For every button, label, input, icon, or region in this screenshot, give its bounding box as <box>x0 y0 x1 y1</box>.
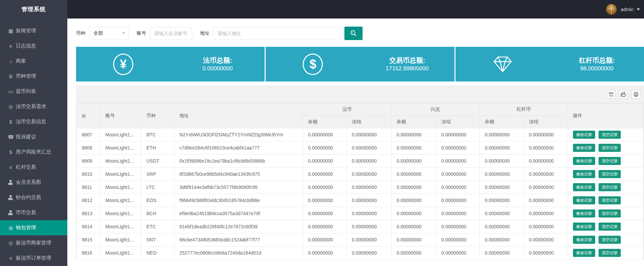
sidebar-item-withdraw-list[interactable]: ▭提币列表 <box>0 84 67 99</box>
sidebar-item-otc-info[interactable]: $法币交易信息 <box>0 114 67 129</box>
cell-id: 8810 <box>77 168 100 181</box>
clear-record-button[interactable]: 清空记录 <box>599 223 621 231</box>
sidebar-item-coin-type[interactable]: Ƀ币种管理 <box>0 69 67 84</box>
clear-record-button[interactable]: 清空记录 <box>599 170 621 178</box>
cell-actions: 修改记录清空记录 <box>568 233 644 246</box>
cell-lever-balance: 0.00000000 <box>480 155 524 168</box>
chevron-down-icon <box>637 8 640 10</box>
clear-record-button[interactable]: 清空记录 <box>599 249 621 257</box>
sidebar-item-news[interactable]: ▦新闻管理 <box>0 23 67 38</box>
chevron-down-icon <box>122 32 125 34</box>
sidebar-item-logs[interactable]: ≡日志信息 <box>0 38 67 54</box>
sidebar-item-label: 秒合约交易 <box>16 194 41 201</box>
clear-record-button[interactable]: 清空记录 <box>599 131 621 139</box>
cell-id: 8816 <box>77 246 100 260</box>
clear-record-button[interactable]: 清空记录 <box>599 236 621 244</box>
user-menu[interactable]: admin <box>606 0 640 19</box>
sidebar-item-label: 钱包管理 <box>16 225 36 231</box>
sidebar-item-wallet-manage[interactable]: ◎钱包管理 <box>0 220 67 235</box>
col-header-coin: 币种 <box>141 103 174 128</box>
export-icon <box>621 92 626 97</box>
sidebar-item-coin-trade[interactable]: 币币交易 <box>0 205 67 220</box>
bitcoin-icon: Ƀ <box>7 69 14 84</box>
table-row: 8807MoonLight1...BTCN2YxNWU3ODFlZGMyZTY2… <box>77 128 644 141</box>
cell-flash-frozen: 0.00000000 <box>436 141 480 155</box>
cell-lever-balance: 0.00000000 <box>480 194 524 207</box>
list-icon: ≡ <box>7 160 14 175</box>
cell-fiat-frozen: 0.00000000 <box>347 155 392 168</box>
modify-record-button[interactable]: 修改记录 <box>573 223 595 231</box>
cell-fiat-balance: 0.00000000 <box>303 207 347 220</box>
sidebar-item-label: 新法币商家管理 <box>16 240 51 246</box>
table-row: 8815MoonLight1...SNT68cbe47349053683cddc… <box>77 233 644 246</box>
cell-address: N2YxNWU3ODFlZGMyZTY2YmNlZDg3NWJhYm <box>174 128 303 141</box>
modify-record-button[interactable]: 修改记录 <box>573 196 595 204</box>
clear-record-button[interactable]: 清空记录 <box>599 157 621 165</box>
cell-id: 8814 <box>77 220 100 233</box>
cell-flash-balance: 0.00000000 <box>392 246 436 260</box>
columns-toggle-button[interactable] <box>607 90 615 99</box>
search-button[interactable] <box>344 27 363 40</box>
sidebar-item-complaint[interactable]: ☎投诉建议 <box>0 129 67 144</box>
clear-record-button[interactable]: 清空记录 <box>599 183 621 191</box>
address-filter-label: 地址 <box>200 30 209 36</box>
export-button[interactable] <box>619 90 628 99</box>
sidebar-item-merchant[interactable]: ⌂商家 <box>0 54 67 69</box>
sidebar-item-member-graph[interactable]: 会员关系图 <box>0 175 67 190</box>
modify-record-button[interactable]: 修改记录 <box>573 236 595 244</box>
cell-flash-frozen: 0.00000000 <box>436 246 480 260</box>
stat-card-value: 17152.99805000 <box>386 65 429 73</box>
sidebar-item-label: 用户风险率汇总 <box>16 149 51 155</box>
address-input[interactable] <box>213 27 340 40</box>
cell-flash-balance: 0.00000000 <box>392 233 436 246</box>
cell-account: MoonLight1... <box>100 233 141 246</box>
cell-lever-frozen: 0.00000000 <box>524 233 568 246</box>
cell-actions: 修改记录清空记录 <box>568 220 644 233</box>
coin-select-value: 全部 <box>94 30 103 36</box>
sidebar-item-new-otc-order[interactable]: ≡新法币订单管理 <box>0 251 67 266</box>
sidebar-item-new-otc-merchant[interactable]: ◎新法币商家管理 <box>0 235 67 251</box>
modify-record-button[interactable]: 修改记录 <box>573 170 595 178</box>
stat-card-label: 法币总额: <box>203 56 232 65</box>
modify-record-button[interactable]: 修改记录 <box>573 131 595 139</box>
col-header-fiat-frozen: 冻结 <box>347 116 392 128</box>
sidebar-item-otc-demand[interactable]: ◎法币交易需求 <box>0 99 67 114</box>
topbar: admin <box>67 0 644 19</box>
sidebar: 管理系统 ▦新闻管理≡日志信息⌂商家Ƀ币种管理▭提币列表◎法币交易需求$法币交易… <box>0 0 67 266</box>
bank-icon: ⌂ <box>7 54 14 69</box>
cell-id: 8811 <box>77 181 100 194</box>
cell-address: 81ebf1deadb226f40fc12e7872c60f39 <box>174 220 303 233</box>
cell-account: MoonLight1... <box>100 181 141 194</box>
sidebar-item-lever-trade[interactable]: ≡杠杆交易 <box>0 160 67 175</box>
print-button[interactable] <box>632 90 640 99</box>
clear-record-button[interactable]: 清空记录 <box>599 196 621 204</box>
modify-record-button[interactable]: 修改记录 <box>573 249 595 257</box>
cell-coin: XRP <box>141 168 174 181</box>
stat-card-0: ¥法币总额:0.00000000 <box>76 47 265 81</box>
table-row: 8808MoonLight1...ETHc7d9ee264c6f106523ce… <box>77 141 644 155</box>
modify-record-button[interactable]: 修改记录 <box>573 183 595 191</box>
cell-id: 8812 <box>77 194 100 207</box>
cell-actions: 修改记录清空记录 <box>568 168 644 181</box>
cell-account: MoonLight1... <box>100 155 141 168</box>
cell-fiat-balance: 0.00000000 <box>303 246 347 260</box>
account-input[interactable] <box>150 27 192 40</box>
clear-record-button[interactable]: 清空记录 <box>599 209 621 218</box>
modify-record-button[interactable]: 修改记录 <box>573 157 595 165</box>
yen-circle-icon: ¥ <box>113 54 133 75</box>
clear-record-button[interactable]: 清空记录 <box>599 144 621 152</box>
modify-record-button[interactable]: 修改记录 <box>573 209 595 218</box>
account-filter-label: 账号 <box>137 30 146 36</box>
cell-lever-frozen: 0.00000000 <box>524 220 568 233</box>
col-header-address: 地址 <box>174 103 303 128</box>
cell-actions: 修改记录清空记录 <box>568 207 644 220</box>
cell-lever-frozen: 0.00000000 <box>524 246 568 260</box>
sidebar-item-risk-rate[interactable]: $用户风险率汇总 <box>0 144 67 160</box>
avatar[interactable] <box>606 4 617 15</box>
coin-select[interactable]: 全部 <box>89 27 129 40</box>
cell-coin: USDT <box>141 155 174 168</box>
sidebar-item-second-contract[interactable]: 秒合约交易 <box>0 190 67 205</box>
sidebar-nav: ▦新闻管理≡日志信息⌂商家Ƀ币种管理▭提币列表◎法币交易需求$法币交易信息☎投诉… <box>0 23 67 266</box>
cell-flash-balance: 0.00000000 <box>392 128 436 141</box>
modify-record-button[interactable]: 修改记录 <box>573 144 595 152</box>
